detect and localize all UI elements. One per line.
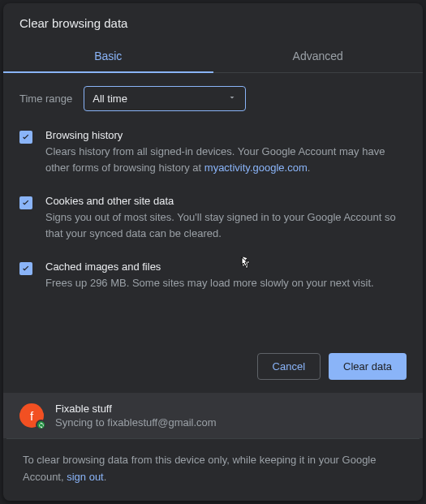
option-text: Browsing history Clears history from all… [45,129,407,175]
option-title: Cached images and files [45,261,374,273]
option-browsing-history: Browsing history Clears history from all… [19,129,407,175]
checkbox-cookies[interactable] [19,196,32,209]
chevron-down-icon [227,93,237,105]
time-range-row: Time range All time [19,86,407,111]
tab-advanced[interactable]: Advanced [213,41,424,72]
myactivity-link[interactable]: myactivity.google.com [204,162,308,174]
profile-text: Fixable stuff Syncing to fixablestuff@gm… [55,403,217,429]
time-range-value: All time [93,93,127,105]
option-description: Frees up 296 MB. Some sites may load mor… [45,275,374,291]
dialog-body: Time range All time Browsing history Cle… [3,73,423,342]
tabs: Basic Advanced [3,41,423,73]
option-description: Clears history from all signed-in device… [45,144,407,175]
avatar-initial: f [30,409,33,423]
avatar: f [19,403,44,428]
option-title: Browsing history [45,129,407,141]
footer-note: To clear browsing data from this device … [6,438,420,501]
sync-icon [36,420,46,430]
time-range-select[interactable]: All time [84,86,246,111]
tab-basic[interactable]: Basic [3,41,213,72]
time-range-label: Time range [19,93,72,105]
cancel-button[interactable]: Cancel [257,353,321,380]
sign-out-link[interactable]: sign out [67,471,104,483]
dialog-buttons: Cancel Clear data [3,342,423,393]
checkbox-browsing-history[interactable] [19,131,32,144]
option-text: Cached images and files Frees up 296 MB.… [45,261,374,291]
clear-browsing-data-dialog: Clear browsing data Basic Advanced Time … [3,3,423,501]
option-text: Cookies and other site data Signs you ou… [45,195,407,241]
clear-data-button[interactable]: Clear data [329,353,407,380]
profile-name: Fixable stuff [55,403,217,415]
profile-row: f Fixable stuff Syncing to fixablestuff@… [3,393,423,438]
dialog-title: Clear browsing data [3,3,423,41]
profile-status: Syncing to fixablestuff@gmail.com [55,416,217,429]
option-cookies: Cookies and other site data Signs you ou… [19,195,407,241]
option-title: Cookies and other site data [45,195,407,207]
option-description: Signs you out of most sites. You'll stay… [45,209,407,241]
option-cache: Cached images and files Frees up 296 MB.… [19,261,407,291]
checkbox-cache[interactable] [19,262,32,275]
